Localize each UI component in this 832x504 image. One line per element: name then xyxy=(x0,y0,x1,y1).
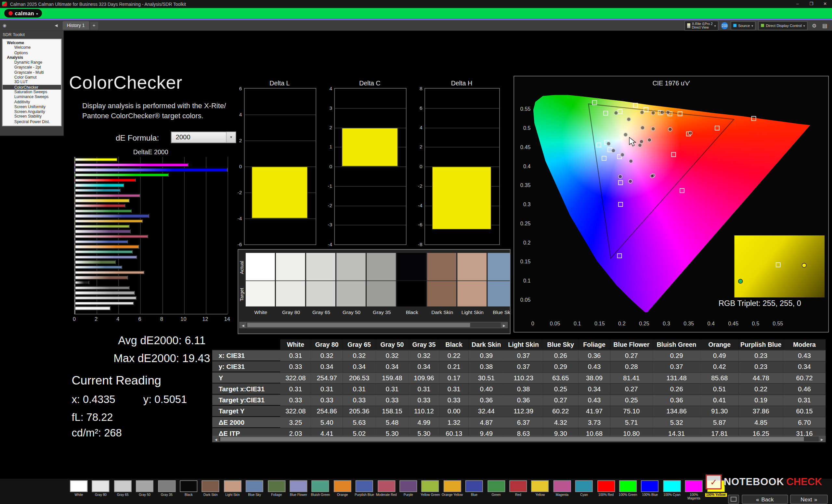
patch-strip-scrollbar-left-arrow[interactable]: ◀ xyxy=(240,323,246,328)
sidebar-item-dynamic-range[interactable]: Dynamic Range xyxy=(3,60,61,65)
session-icon[interactable]: ◉ xyxy=(3,23,6,28)
sidebar-item-screen-stability[interactable]: Screen Stability xyxy=(3,114,61,119)
table-cell: 0.49 xyxy=(700,350,739,361)
cie-target-marker xyxy=(714,125,719,130)
bottom-swatch-label-100-green: 100% Green xyxy=(617,493,639,497)
table-cell: 0.37 xyxy=(653,361,700,372)
bottom-swatch-gray-65[interactable] xyxy=(114,480,132,492)
bottom-swatch-blue-flower[interactable] xyxy=(290,480,307,492)
bottom-swatch-yellow-green[interactable] xyxy=(421,480,439,492)
sidebar-item-additivity[interactable]: Additivity xyxy=(3,100,61,104)
detail-marker-yellow xyxy=(802,263,807,268)
table-cell: 0.34 xyxy=(783,361,826,372)
bottom-swatch-100-blue[interactable] xyxy=(641,480,659,492)
sidebar-item-luminance-sweeps[interactable]: Luminance Sweeps xyxy=(3,94,61,100)
minimize-button[interactable]: – xyxy=(791,0,804,8)
bottom-swatch-blue[interactable] xyxy=(465,480,483,492)
bottom-swatch-white[interactable] xyxy=(70,480,88,492)
bottom-swatch-cyan[interactable] xyxy=(575,480,593,492)
bottom-swatch-moderate-red[interactable] xyxy=(378,480,395,492)
bottom-swatch-gray-35[interactable] xyxy=(158,480,176,492)
table-cell: 30.51 xyxy=(469,372,504,383)
delta-gridline xyxy=(245,141,316,141)
close-button[interactable]: ✕ xyxy=(818,0,832,8)
add-tab-button[interactable]: + xyxy=(90,22,98,29)
cie-measured-marker xyxy=(666,110,670,115)
bottom-swatch-purple[interactable] xyxy=(399,480,417,492)
sidebar-item-screen-uniformity[interactable]: Screen Uniformity xyxy=(3,104,61,109)
workspace-layout-button[interactable]: ▤ xyxy=(821,22,829,29)
bottom-swatch-light-skin[interactable] xyxy=(224,480,241,492)
table-scrollbar-thumb[interactable] xyxy=(220,437,804,441)
bottom-swatch-magenta[interactable] xyxy=(553,480,571,492)
table-cell: 0.33 xyxy=(376,395,409,405)
bottom-swatch-100-magenta[interactable] xyxy=(685,480,703,492)
table-cell: 254.86 xyxy=(311,405,343,417)
bottom-swatch-foliage[interactable] xyxy=(268,480,285,492)
table-cell: 0.33 xyxy=(280,361,311,372)
collapse-sidebar-button[interactable]: ◀ xyxy=(53,23,59,28)
delta-gridline xyxy=(335,167,406,167)
sidebar-item-grayscale-multi[interactable]: Grayscale - Multi xyxy=(3,70,61,75)
table-scrollbar-left-arrow[interactable]: ◀ xyxy=(213,437,219,442)
cie-y-tick: 0.3 xyxy=(516,201,531,207)
bottom-swatch-bluish-green[interactable] xyxy=(312,480,329,492)
deltae-x-tick: 4 xyxy=(111,316,124,322)
patch-strip-scrollbar-right-arrow[interactable]: ▶ xyxy=(501,323,507,328)
bottom-swatch-green[interactable] xyxy=(488,480,505,492)
tab-history-1[interactable]: History 1 xyxy=(63,21,89,30)
bottom-swatch-orange[interactable] xyxy=(334,480,351,492)
bottom-swatch-purplish-blue[interactable] xyxy=(356,480,373,492)
table-cell: 0.25 xyxy=(543,383,578,394)
sidebar-item-screen-angularity[interactable]: Screen Angularity xyxy=(3,109,61,114)
sidebar-item-welcome[interactable]: Welcome xyxy=(3,45,61,50)
bottom-swatch-gray-50[interactable] xyxy=(136,480,153,492)
sidebar-item-saturation-sweeps[interactable]: Saturation Sweeps xyxy=(3,90,61,94)
bottom-swatch-blue-sky[interactable] xyxy=(246,480,263,492)
bottom-swatch-label-cyan: Cyan xyxy=(573,493,595,497)
bottom-swatch-yellow[interactable] xyxy=(531,480,549,492)
cie-target-marker xyxy=(618,180,623,185)
settings-gear-button[interactable]: ⚙ xyxy=(810,22,818,29)
bottom-swatch-100-green[interactable] xyxy=(619,480,637,492)
sidebar-item-3d-lut[interactable]: 3D LUT xyxy=(3,80,61,85)
patch-strip-scrollbar-thumb[interactable] xyxy=(247,323,470,327)
table-scrollbar[interactable]: ◀▶ xyxy=(212,436,826,442)
bottom-swatch-dark-skin[interactable] xyxy=(202,480,219,492)
sidebar-item-grayscale-2pt[interactable]: Grayscale - 2pt xyxy=(3,65,61,70)
display-control-selector[interactable]: Direct Display Control ▾ xyxy=(758,21,808,30)
bottom-swatch-gray-80[interactable] xyxy=(92,480,109,492)
window-mode-button[interactable] xyxy=(728,495,739,504)
table-scrollbar-right-arrow[interactable]: ▶ xyxy=(819,437,825,442)
maximize-button[interactable]: ❐ xyxy=(804,0,818,8)
table-col-header-light-skin: Light Skin xyxy=(504,339,543,350)
bottom-swatch-red[interactable] xyxy=(509,480,527,492)
sidebar-item-color-gamut[interactable]: Color Gamut xyxy=(3,75,61,80)
next-button[interactable]: Next » xyxy=(790,495,828,504)
de-formula-dropdown[interactable]: 2000 ▾ xyxy=(171,132,236,143)
sidebar-item-spectral-power-dist[interactable]: Spectral Power Dist. xyxy=(3,119,61,124)
bottom-swatch-orange-yellow[interactable] xyxy=(444,480,461,492)
cie-measured-marker xyxy=(668,127,672,132)
meter-count-badge: 233 xyxy=(721,22,728,29)
source-selector[interactable]: Source ▾ xyxy=(731,21,756,30)
mouse-cursor xyxy=(629,137,636,146)
calman-menu-button[interactable]: calman ▾ xyxy=(4,9,42,18)
sidebar-item-options[interactable]: Options xyxy=(3,50,61,55)
deltae-bar-orange-yellow xyxy=(75,220,142,223)
sidebar-item-colorchecker[interactable]: ColorChecker xyxy=(3,85,61,90)
delta-y-tick: 0 xyxy=(412,163,422,169)
patch-strip-scrollbar[interactable]: ◀▶ xyxy=(239,322,508,328)
delta-y-tick: 2 xyxy=(231,137,242,143)
table-cell: 0.32 xyxy=(311,350,343,361)
sidebar-item-welcome[interactable]: Welcome xyxy=(3,40,61,45)
bottom-swatch-black[interactable] xyxy=(180,480,197,492)
table-cell: 205.36 xyxy=(343,405,376,417)
back-button[interactable]: « Back xyxy=(742,495,788,504)
bottom-swatch-100-red[interactable] xyxy=(597,480,615,492)
meter-selector[interactable]: X-Rite i1Pro 2 Direct View ▾ xyxy=(684,21,719,30)
cie-y-tick: 0.25 xyxy=(516,221,531,226)
sidebar-item-analysis[interactable]: Analysis xyxy=(3,55,61,60)
table-cell: 60.72 xyxy=(783,372,826,383)
bottom-swatch-100-cyan[interactable] xyxy=(663,480,680,492)
